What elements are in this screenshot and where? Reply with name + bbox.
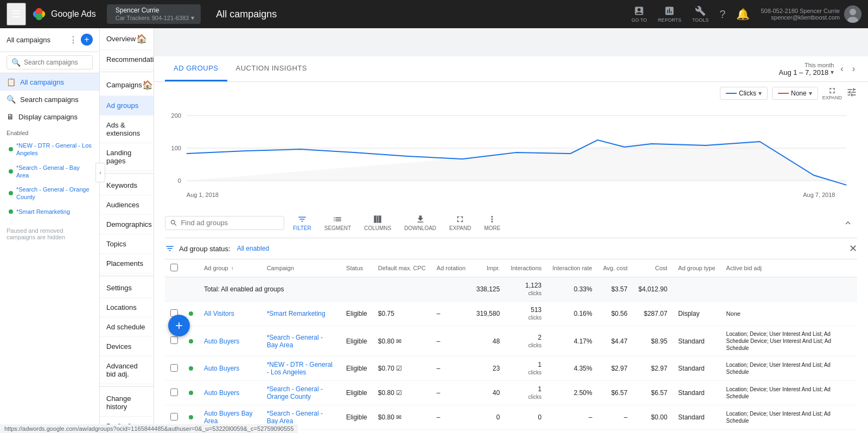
expand-icon: [455, 214, 465, 224]
sec-item-recommendations[interactable]: Recommendations: [100, 50, 154, 69]
row2-checkbox[interactable]: [170, 336, 178, 344]
help-button[interactable]: ?: [715, 4, 730, 25]
row3-ad-group-link[interactable]: Auto Buyers: [204, 365, 239, 372]
filter-button[interactable]: FILTER: [289, 212, 316, 233]
columns-button[interactable]: COLUMNS: [360, 212, 395, 233]
sec-item-landing-pages[interactable]: Landing pages: [100, 143, 154, 171]
more-button[interactable]: MORE: [480, 212, 505, 233]
remove-filter-button[interactable]: ✕: [849, 243, 857, 254]
date-selector[interactable]: Aug 1 – 7, 2018 ▾: [779, 68, 834, 77]
row2-interaction-rate: 4.17%: [547, 326, 597, 356]
filter-label: FILTER: [293, 225, 311, 231]
select-all-checkbox[interactable]: [170, 264, 178, 271]
sidebar-item-all-campaigns[interactable]: 📋 All campaigns: [0, 73, 99, 91]
topics-label: Topics: [106, 240, 126, 248]
sidebar-item-search-campaigns[interactable]: 🔍 Search campaigns: [0, 91, 99, 108]
account-info: Spencer Currie Car Trackers 904-121-6383…: [116, 7, 194, 22]
row3-cost: $2.97: [633, 356, 673, 381]
sec-item-topics[interactable]: Topics: [100, 234, 154, 254]
header-ad-group-label: Ad group: [204, 265, 228, 271]
date-next-button[interactable]: ›: [850, 62, 857, 76]
row4-avg-cost: $6.57: [598, 381, 633, 405]
chart-expand-button[interactable]: EXPAND: [822, 86, 842, 100]
collapse-table-button[interactable]: [839, 216, 857, 230]
row3-campaign-link[interactable]: *NEW - DTR - General - Los Angeles: [267, 361, 333, 376]
row2-ad-group-link[interactable]: Auto Buyers: [204, 338, 239, 345]
add-button[interactable]: +: [168, 315, 190, 336]
hamburger-menu[interactable]: ☰: [7, 3, 26, 26]
logo: Google Ads: [30, 5, 96, 23]
sec-item-ad-schedule[interactable]: Ad schedule: [100, 317, 154, 337]
chart-controls: Clicks ▾ None ▾ EXPAND: [165, 82, 857, 105]
row2-campaign-link[interactable]: *Search - General - Bay Area: [267, 334, 323, 349]
sidebar-collapse-button[interactable]: ‹: [95, 163, 105, 182]
tools-button[interactable]: TOOLS: [688, 1, 713, 27]
total-impr: 338,125: [471, 277, 505, 302]
chart-filter-button[interactable]: [846, 87, 857, 100]
date-prev-button[interactable]: ‹: [838, 62, 845, 76]
sidebar-add-button[interactable]: +: [81, 34, 93, 46]
search-input[interactable]: [181, 219, 279, 227]
row1-ad-group-link[interactable]: All Visitors: [204, 310, 234, 317]
sidebar-campaign-1[interactable]: *NEW - DTR - General - Los Angeles: [0, 138, 99, 161]
row5-checkbox[interactable]: [170, 413, 178, 421]
sec-item-settings[interactable]: Settings: [100, 278, 154, 298]
row3-checkbox[interactable]: [170, 364, 178, 372]
tab-ad-groups[interactable]: AD GROUPS: [165, 56, 227, 81]
account-selector[interactable]: Spencer Currie Car Trackers 904-121-6383…: [107, 4, 201, 24]
tab-auction-insights[interactable]: AUCTION INSIGHTS: [227, 56, 316, 81]
sidebar-campaign-3[interactable]: *Search - General - Orange County: [0, 182, 99, 205]
row5-impr: 0: [471, 405, 505, 430]
sec-item-overview[interactable]: Overview 🏠: [100, 28, 154, 50]
row4-checkbox[interactable]: [170, 389, 178, 396]
sec-item-keywords[interactable]: Keywords: [100, 176, 154, 195]
row5-ad-rotation: –: [431, 405, 471, 430]
row4-ad-group-link[interactable]: Auto Buyers: [204, 389, 239, 397]
download-button[interactable]: DOWNLOAD: [400, 212, 441, 233]
sidebar-options-button[interactable]: ⋮: [68, 34, 79, 46]
sidebar-campaign-2[interactable]: *Search - General - Bay Area: [0, 161, 99, 183]
expand-button[interactable]: EXPAND: [445, 212, 475, 233]
metric2-chevron-icon: ▾: [809, 90, 812, 97]
ad-schedule-label: Ad schedule: [106, 323, 145, 331]
row2-status: Eligible: [341, 326, 373, 356]
sec-item-ad-groups[interactable]: Ad groups: [100, 96, 154, 116]
sec-item-placements[interactable]: Placements: [100, 254, 154, 273]
header-ad-group[interactable]: Ad group ↑: [199, 259, 261, 277]
metric2-selector[interactable]: None ▾: [772, 87, 818, 100]
notification-button[interactable]: 🔔: [732, 3, 754, 25]
sec-item-locations[interactable]: Locations: [100, 298, 154, 317]
go-to-button[interactable]: GO TO: [627, 1, 652, 27]
row5-campaign-link[interactable]: *Search - General - Bay Area: [267, 410, 323, 425]
more-label: MORE: [484, 225, 500, 231]
row4-campaign-link[interactable]: *Search - General - Orange County: [267, 385, 323, 400]
sec-item-audiences[interactable]: Audiences: [100, 195, 154, 215]
sec-item-advanced-bid[interactable]: Advanced bid adj.: [100, 356, 154, 384]
sidebar-enabled-label: Enabled: [0, 125, 99, 138]
row1-campaign-link[interactable]: *Smart Remarketing: [267, 310, 326, 317]
svg-point-3: [36, 13, 43, 20]
sec-item-demographics[interactable]: Demographics: [100, 215, 154, 234]
tabs-bar: AD GROUPS AUCTION INSIGHTS This month Au…: [154, 56, 868, 82]
table-container: Ad group ↑ Campaign Status Default max. …: [165, 259, 857, 433]
search-box[interactable]: [165, 216, 284, 230]
sec-item-change-history[interactable]: Change history: [100, 389, 154, 417]
sidebar-item-display-campaigns[interactable]: 🖥 Display campaigns: [0, 108, 99, 125]
date-range: This month Aug 1 – 7, 2018 ▾ ‹ ›: [779, 58, 857, 81]
avatar[interactable]: [844, 5, 861, 23]
row5-ad-group-link[interactable]: Auto Buyers Bay Area: [204, 410, 252, 425]
sidebar-search-input[interactable]: [24, 59, 88, 66]
total-dot-cell: [183, 277, 199, 302]
segment-button[interactable]: SEGMENT: [320, 212, 355, 233]
status-dot-row2: [189, 339, 193, 343]
row2-campaign: *Search - General - Bay Area: [261, 326, 341, 356]
sidebar-campaign-4[interactable]: *Smart Remarketing: [0, 205, 99, 219]
header-max-cpc: Default max. CPC: [373, 259, 431, 277]
sec-item-ads-extensions[interactable]: Ads & extensions: [100, 116, 154, 143]
svg-text:200: 200: [171, 112, 181, 119]
row2-impr: 48: [471, 326, 505, 356]
reports-button[interactable]: REPORTS: [654, 1, 686, 27]
sec-item-devices[interactable]: Devices: [100, 337, 154, 356]
metric1-selector[interactable]: Clicks ▾: [720, 87, 768, 100]
sec-item-campaigns[interactable]: Campaigns 🏠: [100, 74, 154, 96]
